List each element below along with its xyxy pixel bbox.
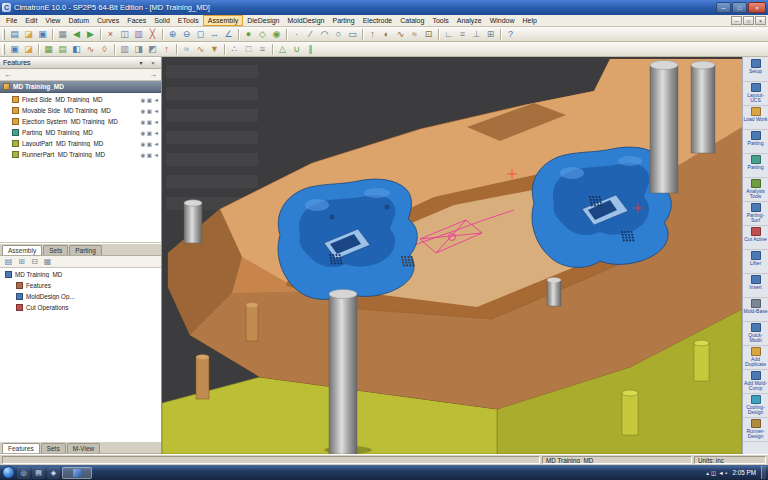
mold-base-icon[interactable]: ▥ [118,43,131,56]
open-file-icon[interactable]: ◪ [22,28,35,41]
row-status-icons[interactable]: ◉ ▣ ◄ [141,97,160,103]
delete-icon[interactable]: ╳ [146,28,159,41]
mdi-close-button[interactable]: × [755,16,766,25]
tool-add-duplicate[interactable]: Add Duplicate [743,346,768,370]
point-icon[interactable]: · [290,28,303,41]
menu-item-solid[interactable]: Solid [150,15,174,26]
zoom-in-icon[interactable]: ⊕ [166,28,179,41]
tray-icon-2[interactable]: ◄ [718,470,723,476]
menu-item-view[interactable]: View [41,15,64,26]
menu-item-window[interactable]: Window [486,15,519,26]
sweep-icon[interactable]: ∿ [394,28,407,41]
wireframe-view-icon[interactable]: ◇ [256,28,269,41]
gate-icon[interactable]: ▼ [208,43,221,56]
toolbar-grip[interactable] [2,29,5,40]
help-icon[interactable]: ? [504,28,517,41]
cut-icon[interactable]: × [104,28,117,41]
tool-parting[interactable]: Parting [743,130,768,154]
print-icon[interactable]: ▦ [56,28,69,41]
menu-item-file[interactable]: File [2,15,21,26]
analyze-undercut-icon[interactable]: ∪ [290,43,303,56]
mdi-restore-button[interactable]: □ [743,16,754,25]
tree-item-fixed-side[interactable]: Fixed Side_MD Training_MD◉ ▣ ◄ [0,94,161,105]
pan-icon[interactable]: ↔ [208,28,221,41]
menu-item-molddesign[interactable]: MoldDesign [284,15,329,26]
tool-quick-modit[interactable]: Quick-Modit [743,322,768,346]
measure-icon[interactable]: ∟ [442,28,455,41]
menu-item-assembly[interactable]: Assembly [203,15,243,26]
taskbar-app-button[interactable] [62,467,92,479]
tool-add-mold-comp[interactable]: Add Mold-Comp [743,370,768,394]
quick-launch-icon-2[interactable]: ◈ [47,467,60,479]
start-button[interactable] [2,466,15,479]
tab-sets[interactable]: Sets [41,443,66,453]
tool-parting[interactable]: Parting [743,154,768,178]
nav-back-icon[interactable]: ← [4,70,12,80]
shaded-view-icon[interactable]: ● [242,28,255,41]
row-status-icons[interactable]: ◉ ▣ ◄ [141,108,160,114]
copy-icon[interactable]: ◫ [118,28,131,41]
menu-item-datum[interactable]: Datum [64,15,93,26]
menu-item-electrode[interactable]: Electrode [359,15,397,26]
tab-parting[interactable]: Parting [69,245,102,255]
menu-item-tools[interactable]: Tools [428,15,452,26]
hide-show-icon[interactable]: ◉ [270,28,283,41]
menu-item-diedesign[interactable]: DieDesign [243,15,283,26]
mold-project-icon[interactable]: ▣ [8,43,21,56]
tree-root-item[interactable]: MD Training_MD [0,81,161,93]
grid-icon[interactable]: ⊞ [484,28,497,41]
shell-icon[interactable]: ⊡ [422,28,435,41]
parting-line-icon[interactable]: ∿ [84,43,97,56]
nav-forward-icon[interactable]: → [149,70,157,80]
locating-pin-left[interactable] [184,200,202,243]
circle-icon[interactable]: ○ [332,28,345,41]
tool-parting-surf[interactable]: Parting-Surf [743,202,768,226]
tool-setup[interactable]: Setup [743,58,768,82]
cavity-core-icon[interactable]: ◧ [70,43,83,56]
bom-icon[interactable]: ≡ [256,43,269,56]
viewport-3d-scene[interactable] [162,57,742,454]
mdi-minimize-button[interactable]: ─ [731,16,742,25]
tree-item-ejection-system[interactable]: Ejection System_MD Training_MD◉ ▣ ◄ [0,116,161,127]
toolbar-grip[interactable] [2,44,5,55]
tree2-item-cut-operations[interactable]: Cut Operations [0,302,161,313]
menu-item-curves[interactable]: Curves [93,15,123,26]
paste-icon[interactable]: ▥ [132,28,145,41]
panel-pin-icon[interactable]: ▾ [136,59,146,66]
revolve-icon[interactable]: ◐ [380,28,393,41]
new-file-icon[interactable]: ▤ [8,28,21,41]
maximize-button[interactable]: □ [732,2,747,13]
row-status-icons[interactable]: ◉ ▣ ◄ [141,130,160,136]
runner-icon[interactable]: ∿ [194,43,207,56]
loft-icon[interactable]: ≈ [408,28,421,41]
tab-features[interactable]: Features [2,443,40,453]
tray-icon-3[interactable]: ▪ [726,470,728,476]
cooling-icon[interactable]: ≈ [180,43,193,56]
drawing-icon[interactable]: □ [242,43,255,56]
menu-item-etools[interactable]: ETools [174,15,203,26]
layers-icon[interactable]: ≡ [456,28,469,41]
tab-sets[interactable]: Sets [43,245,68,255]
analyze-draft-icon[interactable]: △ [276,43,289,56]
guide-pillar-front[interactable] [329,289,357,454]
guide-pillar-far-right[interactable] [691,61,715,153]
electrode-tool-icon[interactable]: ∴ [228,43,241,56]
quick-launch-icon-0[interactable]: ◎ [17,467,30,479]
menu-item-analyze[interactable]: Analyze [453,15,486,26]
arc-icon[interactable]: ◠ [318,28,331,41]
panel-close-icon[interactable]: × [148,60,158,66]
taskbar-clock[interactable]: 2:05 PM [730,469,759,476]
extrude-icon[interactable]: ↑ [366,28,379,41]
minimize-button[interactable]: ─ [716,2,731,13]
tray-icon-1[interactable]: ◫ [711,470,716,476]
tool-mold-base[interactable]: Mold-Base [743,298,768,322]
tab-assembly[interactable]: Assembly [2,245,42,255]
tool-cut-active[interactable]: Cut Active [743,226,768,250]
ejector-icon[interactable]: ↑ [160,43,173,56]
tool-load-work[interactable]: Load Work [743,106,768,130]
zoom-fit-icon[interactable]: ◻ [194,28,207,41]
menu-item-edit[interactable]: Edit [21,15,41,26]
small-pin-mid[interactable] [547,278,561,307]
row-status-icons[interactable]: ◉ ▣ ◄ [141,119,160,125]
menu-item-help[interactable]: Help [519,15,541,26]
